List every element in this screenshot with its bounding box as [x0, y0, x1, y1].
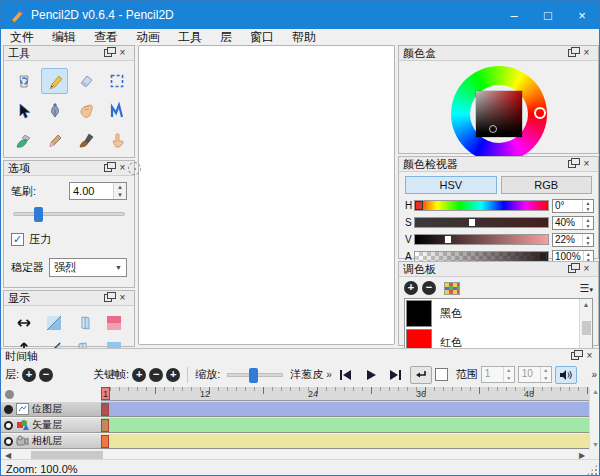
sound-button[interactable] [555, 366, 577, 384]
camera-visibility-dot[interactable] [4, 437, 13, 446]
drawing-canvas[interactable] [138, 45, 395, 345]
range-end-spinbox[interactable]: 10▲▼ [518, 366, 552, 383]
color-wheel[interactable] [451, 66, 547, 162]
minimize-button[interactable]: – [497, 1, 531, 29]
range-start-spinbox[interactable]: 1▲▼ [481, 366, 515, 383]
saturation-slider[interactable] [414, 217, 549, 228]
hue-selector[interactable] [534, 107, 546, 119]
display-float-button[interactable] [100, 292, 115, 305]
value-slider[interactable] [414, 234, 549, 245]
bucket-tool-button[interactable] [10, 128, 37, 154]
tools-float-button[interactable] [100, 47, 115, 60]
eraser-tool-button[interactable] [72, 68, 99, 94]
value-spinbox[interactable]: 22%▲▼ [552, 233, 594, 247]
frame-ruler[interactable]: 1 12 24 36 48 [101, 387, 589, 401]
alpha-handle[interactable] [539, 252, 547, 261]
onion-prev-button[interactable] [70, 311, 97, 334]
spin-arrows[interactable]: ▲▼ [540, 367, 551, 382]
tab-rgb[interactable]: RGB [501, 176, 593, 194]
colorbox-float-button[interactable] [564, 47, 579, 60]
timeline-close-button[interactable]: × [582, 350, 597, 363]
palette-menu-button[interactable]: ☰▾ [580, 283, 593, 294]
loop-button[interactable] [410, 366, 432, 384]
spin-arrows[interactable]: ▲▼ [582, 200, 593, 212]
move-tool-button[interactable] [10, 98, 37, 124]
remove-layer-button[interactable]: − [39, 368, 53, 382]
resize-grip[interactable] [587, 465, 597, 475]
invisible-lines-button[interactable] [40, 311, 67, 334]
current-frame-marker[interactable]: 1 [101, 387, 110, 400]
spin-arrows[interactable]: ▲▼ [582, 234, 593, 246]
toolbar-overflow-icon[interactable]: » [591, 369, 597, 380]
add-keyframe-button[interactable]: + [132, 368, 146, 382]
palette-close-button[interactable]: × [579, 263, 594, 276]
toggle-all-visibility-button[interactable] [5, 390, 14, 399]
spin-arrows[interactable]: ▲▼ [113, 183, 126, 199]
options-float-button[interactable] [100, 162, 115, 175]
inspector-float-button[interactable] [564, 158, 579, 171]
pen-tool-button[interactable] [41, 98, 68, 124]
spin-arrows[interactable]: ▲▼ [582, 217, 593, 229]
bitmap-track[interactable] [101, 401, 589, 417]
brush-tool-button[interactable] [72, 128, 99, 154]
spin-arrows[interactable]: ▲▼ [503, 367, 514, 382]
brush-slider-handle[interactable] [34, 207, 43, 222]
tab-hsv[interactable]: HSV [405, 176, 497, 194]
mirror-horizontal-button[interactable] [10, 311, 37, 334]
clear-tool-button[interactable] [10, 68, 37, 94]
colorbox-close-button[interactable]: × [579, 47, 594, 60]
inspector-close-button[interactable]: × [579, 158, 594, 171]
saturation-handle[interactable] [468, 218, 476, 227]
camera-keyframe-1[interactable] [101, 435, 109, 448]
prev-frame-button[interactable] [335, 366, 357, 384]
sv-selector[interactable] [489, 125, 497, 133]
menu-tools[interactable]: 工具 [169, 29, 211, 45]
menu-view[interactable]: 查看 [85, 29, 127, 45]
palette-item-black[interactable]: 黑色 [405, 299, 592, 328]
bitmap-visibility-dot[interactable] [4, 405, 13, 414]
saturation-spinbox[interactable]: 40%▲▼ [552, 216, 594, 230]
menu-help[interactable]: 帮助 [283, 29, 325, 45]
layer-row-camera[interactable]: 相机层 [1, 433, 101, 449]
smudge-tool-button[interactable] [103, 128, 130, 154]
swatch-view-button[interactable] [444, 282, 460, 295]
camera-track[interactable] [101, 433, 589, 449]
layer-row-bitmap[interactable]: 位图层 [1, 401, 101, 417]
hue-spinbox[interactable]: 0°▲▼ [552, 199, 594, 213]
tools-close-button[interactable]: × [115, 47, 130, 60]
vector-track[interactable] [101, 417, 589, 433]
hue-handle[interactable] [415, 201, 423, 210]
onion-red-tint-button[interactable] [100, 311, 127, 334]
timeline-zoom-handle[interactable] [249, 368, 258, 383]
hue-slider[interactable] [414, 200, 549, 211]
vector-visibility-dot[interactable] [4, 421, 13, 430]
timeline-float-button[interactable] [567, 350, 582, 363]
timeline-vertical-scrollbar[interactable]: ▲ ▼ [589, 387, 600, 449]
pressure-checkbox[interactable]: ✓ [11, 233, 24, 246]
remove-color-button[interactable]: − [422, 281, 436, 295]
stabilizer-dropdown[interactable]: 强烈 ▼ [49, 258, 127, 277]
maximize-button[interactable]: □ [531, 1, 565, 29]
close-button[interactable]: × [565, 1, 599, 29]
value-handle[interactable] [444, 235, 452, 244]
menu-layer[interactable]: 层 [211, 29, 241, 45]
hscroll-thumb[interactable] [31, 451, 103, 459]
menu-window[interactable]: 窗口 [241, 29, 283, 45]
hand-tool-button[interactable] [72, 98, 99, 124]
add-layer-button[interactable]: + [22, 368, 36, 382]
layer-row-vector[interactable]: 矢量层 [1, 417, 101, 433]
black-swatch[interactable] [406, 300, 432, 327]
palette-float-button[interactable] [564, 263, 579, 276]
play-button[interactable] [360, 366, 382, 384]
brush-size-slider[interactable] [13, 212, 125, 216]
palette-scroll-thumb[interactable] [582, 321, 591, 335]
eyedropper-tool-button[interactable] [41, 128, 68, 154]
saturation-value-square[interactable] [476, 91, 522, 137]
next-frame-button[interactable] [385, 366, 407, 384]
remove-keyframe-button[interactable]: − [149, 368, 163, 382]
add-color-button[interactable]: + [404, 281, 418, 295]
range-checkbox[interactable] [435, 368, 448, 381]
menu-edit[interactable]: 编辑 [43, 29, 85, 45]
onion-overflow-icon[interactable]: » [326, 369, 332, 380]
brush-size-spinbox[interactable]: 4.00 ▲▼ [69, 182, 127, 200]
